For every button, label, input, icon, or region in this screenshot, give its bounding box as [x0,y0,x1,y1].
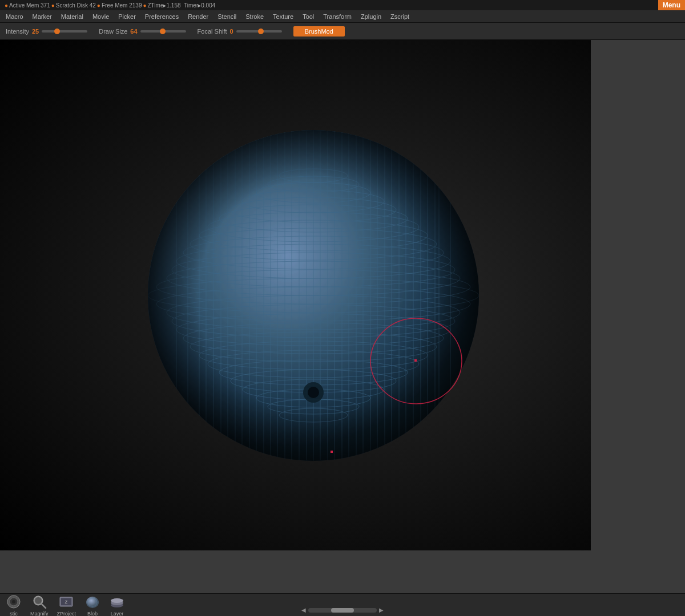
bottom-icon-magnify[interactable]: Magnify [30,594,49,617]
menu-item-stroke[interactable]: Stroke [241,12,268,21]
bottom-icon-stic[interactable]: stic [6,594,22,617]
dot-4: ● [143,2,146,9]
ztime: ZTime▸1.158 [148,2,181,9]
scroll-left-arrow[interactable]: ◀ [301,607,306,613]
svg-point-77 [12,600,15,603]
dot-1: ● [5,2,8,9]
brushmod-button[interactable]: BrushMod [293,26,345,37]
scroll-track[interactable] [308,608,377,613]
zproject-icon: Z [58,594,74,610]
menu-item-macro[interactable]: Macro [1,12,28,21]
menu-item-transform[interactable]: Transform [319,12,356,21]
scroll-right-arrow[interactable]: ▶ [379,607,384,613]
magnify-label: Magnify [30,611,49,617]
focal-shift-value: 0 [230,28,233,35]
dot-2: ● [51,2,55,9]
intensity-value: 25 [32,28,39,35]
draw-size-group: Draw Size 64 [99,28,186,35]
scroll-thumb[interactable] [331,608,354,613]
svg-point-79 [35,597,42,604]
svg-point-71 [148,130,479,461]
menu-item-stencil[interactable]: Stencil [213,12,241,21]
canvas-area[interactable] [0,40,591,550]
svg-line-80 [42,604,46,608]
menu-bar: Macro Marker Material Movie Picker Prefe… [0,10,685,23]
focal-shift-thumb[interactable] [258,29,264,34]
bottom-icon-blob[interactable]: Blob [84,594,100,617]
bottom-icon-zproject[interactable]: Z ZProject [57,594,76,617]
menu-item-zplugin[interactable]: Zplugin [356,12,386,21]
intensity-label: Intensity [6,28,29,35]
svg-rect-73 [414,359,417,362]
layer-icon [109,594,125,610]
stic-icon [6,594,22,610]
draw-size-label: Draw Size [99,28,127,35]
scroll-bar[interactable]: ◀ ▶ [301,607,384,613]
svg-text:Z: Z [65,599,68,605]
draw-size-value: 64 [130,28,137,35]
right-sidebar [591,40,685,550]
controls-bar: Intensity 25 Draw Size 64 Focal Shift 0 … [0,23,685,40]
sphere-viewport[interactable] [136,119,490,472]
draw-size-thumb[interactable] [160,29,166,34]
svg-point-88 [111,598,123,603]
draw-size-slider[interactable] [140,30,186,33]
bottom-icon-layer[interactable]: Layer [109,594,125,617]
status-bar: ● Active Mem 371 ● Scratch Disk 42 ● Fre… [0,0,685,10]
free-mem: Free Mem 2139 [102,2,142,9]
menu-item-preferences[interactable]: Preferences [140,12,183,21]
menu-item-picker[interactable]: Picker [114,12,140,21]
active-mem: Active Mem 371 [9,2,50,9]
intensity-group: Intensity 25 [6,28,87,35]
menu-button[interactable]: Menu [658,0,685,10]
menu-item-render[interactable]: Render [183,12,213,21]
menu-item-tool[interactable]: Tool [298,12,319,21]
focal-shift-group: Focal Shift 0 [198,28,282,35]
dot-3: ● [97,2,100,9]
bottom-bar: stic Magnify Z ZProject [0,593,685,616]
timer: Timer▸0.004 [184,2,215,9]
blob-label: Blob [87,611,98,617]
focal-shift-slider[interactable] [236,30,282,33]
layer-label: Layer [111,611,124,617]
intensity-thumb[interactable] [54,29,60,34]
menu-item-texture[interactable]: Texture [268,12,298,21]
menu-item-zscript[interactable]: Zscript [386,12,414,21]
intensity-slider[interactable] [42,30,87,33]
stic-label: stic [10,611,18,617]
menu-item-movie[interactable]: Movie [88,12,114,21]
svg-rect-74 [331,451,333,453]
scratch-disk: Scratch Disk 42 [56,2,96,9]
menu-item-marker[interactable]: Marker [28,12,57,21]
blob-icon [84,594,100,610]
canvas-background [0,40,591,550]
zproject-label: ZProject [57,611,76,617]
menu-item-material[interactable]: Material [57,12,88,21]
focal-shift-label: Focal Shift [198,28,227,35]
magnify-icon [31,594,47,610]
